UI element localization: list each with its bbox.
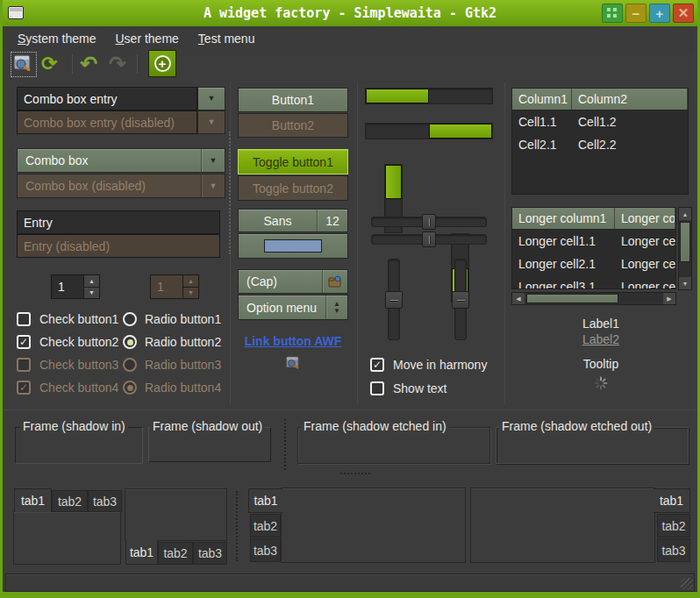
radio-button3-label: Radio button3 — [145, 358, 221, 372]
move-in-harmony-label[interactable]: Move in harmony — [393, 358, 487, 372]
radio-dot — [127, 339, 133, 345]
button1[interactable]: Button1 — [238, 88, 348, 112]
label1: Label1 — [511, 317, 690, 331]
awf-tool-button[interactable] — [11, 52, 37, 77]
table-row[interactable]: Longer cell1.1 Longer cell1.2 — [512, 230, 675, 253]
radio-button1[interactable] — [123, 312, 137, 326]
check-button1-label[interactable]: Check button1 — [39, 312, 118, 326]
toolbar-separator — [137, 54, 138, 74]
notebook-top-content — [13, 511, 121, 565]
tab-tab2[interactable]: tab2 — [52, 490, 88, 512]
table-cell: Longer cell2.1 — [512, 253, 615, 275]
horizontal-separator — [340, 473, 370, 474]
combo-box[interactable]: Combo box ▼ — [17, 148, 225, 173]
combo-entry-dropdown-button[interactable]: ▼ — [197, 87, 225, 110]
progress-fill — [429, 124, 492, 139]
combo-entry-input[interactable]: Combo box entry — [17, 87, 197, 110]
radio-dot — [127, 385, 133, 391]
paned-handle[interactable] — [357, 82, 358, 405]
table-row[interactable]: Longer cell2.1 Longer cell2.2 — [512, 253, 675, 275]
hscale1-handle[interactable] — [422, 214, 436, 230]
vscale1-handle[interactable] — [385, 291, 403, 309]
tab-tab1[interactable]: tab1 — [248, 488, 282, 513]
tab-tab3[interactable]: tab3 — [88, 490, 122, 512]
titlebar[interactable]: A widget factory - Simplewaita - Gtk2 — [0, 0, 700, 26]
toggle-button1[interactable]: Toggle button1 — [238, 149, 348, 174]
radio-button1-label[interactable]: Radio button1 — [145, 312, 221, 326]
option-menu[interactable]: Option menu ▲ ▼ — [238, 295, 348, 320]
spin-button[interactable]: 1 ▲ ▼ — [51, 274, 100, 299]
hscale2-handle[interactable] — [422, 231, 436, 247]
tab-tab1[interactable]: tab1 — [125, 540, 158, 565]
scroll-down-icon[interactable]: ▼ — [679, 277, 691, 289]
column-header[interactable]: Column2 — [572, 89, 688, 110]
check-button2[interactable]: ✓ — [17, 335, 31, 349]
chevron-down-icon: ▼ — [208, 95, 216, 103]
scrollbar-thumb[interactable] — [526, 294, 618, 303]
restore-button[interactable] — [602, 4, 623, 23]
tab-tab3[interactable]: tab3 — [250, 538, 281, 562]
spin-down-icon: ▼ — [183, 288, 198, 299]
column-header[interactable]: Column1 — [512, 89, 572, 110]
check-button2-label[interactable]: Check button2 — [39, 335, 118, 349]
tab-tab1[interactable]: tab1 — [14, 488, 52, 512]
spin-down-icon[interactable]: ▼ — [84, 288, 99, 299]
check-button4: ✓ — [17, 381, 31, 395]
menu-test-menu[interactable]: Test menu — [189, 29, 265, 48]
resize-grip[interactable] — [681, 578, 693, 590]
tab-tab2[interactable]: tab2 — [250, 514, 281, 537]
menu-user-theme[interactable]: User theme — [105, 29, 188, 48]
close-button[interactable]: ✕ — [673, 4, 694, 23]
entry-field[interactable]: Entry — [17, 210, 220, 234]
maximize-button[interactable]: + — [649, 4, 670, 23]
table-row[interactable]: Longer cell3.1 Longer cell3.2 — [512, 275, 675, 289]
scroll-right-icon[interactable]: ▶ — [663, 293, 675, 304]
tab-tab3[interactable]: tab3 — [657, 538, 690, 562]
scroll-up-icon[interactable]: ▲ — [679, 208, 691, 220]
add-button[interactable]: + — [148, 50, 176, 77]
tab-tab1[interactable]: tab1 — [654, 488, 690, 513]
treeview1[interactable]: Column1 Column2 Cell1.1 Cell1.2 Cell2.1 … — [511, 88, 689, 195]
tab-tab3[interactable]: tab3 — [193, 542, 227, 565]
paned-handle[interactable] — [504, 82, 505, 405]
awf-image-icon — [284, 354, 302, 374]
scrollbar-thumb[interactable] — [680, 222, 690, 262]
vscale2-handle[interactable] — [452, 291, 469, 309]
check-icon: ✓ — [19, 336, 28, 348]
awf-logo-icon — [11, 53, 34, 75]
show-text-checkbox[interactable] — [370, 381, 384, 395]
paned-handle[interactable] — [3, 409, 697, 410]
menu-system-theme[interactable]: System theme — [8, 29, 105, 48]
paned-grip[interactable] — [229, 132, 231, 254]
toolbar — [3, 50, 697, 80]
tab-tab2[interactable]: tab2 — [158, 542, 193, 565]
radio-button2-label[interactable]: Radio button2 — [145, 335, 221, 349]
color-button[interactable] — [238, 233, 348, 259]
show-text-label[interactable]: Show text — [393, 381, 446, 395]
undo-icon[interactable]: ↶ — [80, 53, 97, 75]
minimize-button[interactable]: − — [625, 4, 646, 23]
vertical-scrollbar[interactable]: ▲ ▼ — [678, 207, 692, 290]
table-cell: Longer cell3.2 — [615, 275, 675, 289]
table-cell: Longer cell2.2 — [615, 253, 675, 275]
spin-up-icon[interactable]: ▲ — [84, 275, 99, 288]
move-in-harmony-checkbox[interactable]: ✓ — [370, 358, 384, 372]
window-title: A widget factory - Simplewaita - Gtk2 — [0, 5, 700, 21]
tab-tab2[interactable]: tab2 — [657, 514, 690, 537]
combo-box-entry[interactable]: Combo box entry ▼ — [17, 87, 225, 110]
table-row[interactable]: Cell1.1 Cell1.2 — [512, 110, 688, 133]
column-header[interactable]: Longer column2 — [615, 208, 675, 229]
scroll-left-icon[interactable]: ◀ — [512, 293, 525, 304]
font-button[interactable]: Sans 12 — [238, 209, 348, 232]
radio-button2[interactable] — [123, 335, 137, 349]
check-button1[interactable] — [17, 312, 31, 326]
spin-value[interactable]: 1 — [52, 275, 83, 298]
table-row[interactable]: Cell2.1 Cell2.2 — [512, 133, 688, 156]
horizontal-scrollbar[interactable]: ◀ ▶ — [511, 292, 676, 305]
treeview2[interactable]: Longer column1 Longer column2 Longer cel… — [511, 207, 676, 289]
column-header[interactable]: Longer column1 — [512, 208, 615, 229]
refresh-icon[interactable]: ⟳ — [41, 54, 57, 74]
file-chooser-button[interactable]: (Cap) — [238, 269, 348, 294]
radio-button4 — [123, 381, 137, 395]
link-button[interactable]: Link button AWF — [238, 334, 348, 348]
